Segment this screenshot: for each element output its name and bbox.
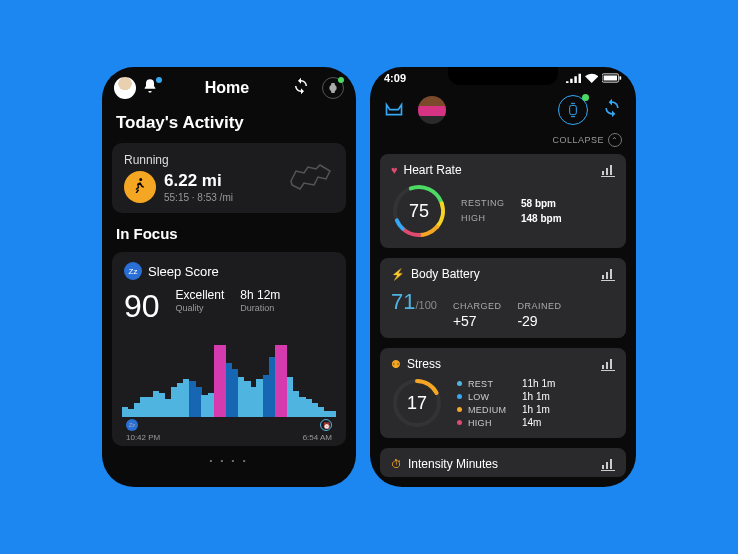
intensity-card[interactable]: ⏱ Intensity Minutes (380, 448, 626, 477)
bar-chart-icon[interactable] (601, 267, 615, 285)
stress-ring: 17 (391, 377, 443, 429)
hr-ring: 75 (391, 183, 447, 239)
sleep-time-start: 10:42 PM (126, 433, 160, 442)
running-distance: 6.22 mi (164, 171, 233, 191)
sleep-title: Sleep Score (148, 264, 219, 279)
running-meta: 6.22 mi 55:15 · 8:53 /mi (164, 171, 233, 203)
hr-title: Heart Rate (404, 163, 462, 177)
battery-icon (602, 73, 622, 83)
sleep-time-end: 6:54 AM (303, 433, 332, 442)
running-detail: 55:15 · 8:53 /mi (164, 192, 233, 203)
sleep-duration-value: 8h 12m (240, 288, 280, 302)
sleep-duration-label: Duration (240, 303, 280, 313)
bb-charged: CHARGED +57 (453, 301, 502, 329)
legend-value: 14m (522, 417, 541, 428)
running-card[interactable]: Running 6.22 mi 55:15 · 8:53 /mi (112, 143, 346, 213)
bb-drained: DRAINED -29 (517, 301, 561, 329)
bb-drained-label: DRAINED (517, 301, 561, 311)
bar-chart-icon[interactable] (601, 163, 615, 181)
legend-dot-icon (457, 381, 462, 386)
legend-dot-icon (457, 394, 462, 399)
hr-resting-label: RESTING (461, 198, 511, 209)
heart-rate-card[interactable]: ♥ Heart Rate 75 RESTING 5 (380, 154, 626, 248)
svg-rect-1 (604, 76, 617, 81)
page-indicator[interactable]: • • • • (102, 450, 356, 471)
bar-chart-icon[interactable] (601, 457, 615, 475)
svg-rect-2 (620, 76, 622, 79)
hr-high-value: 148 bpm (521, 213, 562, 224)
phone-left: Home Today's Activity Running 6.22 mi 55… (102, 67, 356, 487)
legend-label: MEDIUM (468, 405, 516, 415)
page-title: Home (168, 79, 286, 97)
inbox-icon[interactable] (384, 98, 404, 122)
stress-value: 17 (391, 377, 443, 429)
bb-title: Body Battery (411, 267, 480, 281)
collapse-button[interactable]: COLLAPSE ⌃ (370, 131, 636, 149)
notch: 4:09 (370, 67, 636, 87)
legend-dot-icon (457, 407, 462, 412)
legend-label: LOW (468, 392, 516, 402)
top-nav (370, 87, 636, 131)
intensity-title: Intensity Minutes (408, 457, 498, 471)
bolt-icon: ⚡ (391, 268, 405, 281)
stress-legend-row: REST11h 1m (457, 378, 555, 389)
bb-value-group: 71/100 (391, 289, 437, 315)
stress-title: Stress (407, 357, 441, 371)
sleep-quality-value: Excellent (176, 288, 225, 302)
hr-resting-value: 58 bpm (521, 198, 556, 209)
route-map-icon (286, 161, 336, 193)
app-header: Home (102, 67, 356, 105)
hr-high-label: HIGH (461, 213, 511, 224)
sleep-quality: Excellent Quality (176, 288, 225, 313)
svg-rect-3 (570, 105, 577, 114)
heart-icon: ♥ (391, 164, 398, 176)
status-time: 4:09 (384, 72, 406, 84)
sleep-marker-row: Zz ⏰ (124, 419, 334, 431)
bb-charged-value: +57 (453, 313, 502, 329)
collapse-label: COLLAPSE (552, 135, 604, 145)
legend-value: 1h 1m (522, 391, 550, 402)
bb-drained-value: -29 (517, 313, 561, 329)
bb-charged-label: CHARGED (453, 301, 502, 311)
sync-icon[interactable] (292, 77, 310, 99)
profile-avatar[interactable] (114, 77, 136, 99)
sleep-time-row: 10:42 PM 6:54 AM (124, 431, 334, 442)
hr-value: 75 (391, 183, 447, 239)
bar-chart-icon[interactable] (601, 357, 615, 375)
stress-legend-row: HIGH14m (457, 417, 555, 428)
today-activity-title: Today's Activity (102, 105, 356, 139)
chevron-up-icon: ⌃ (608, 133, 622, 147)
device-icon[interactable] (322, 77, 344, 99)
sleep-chart (122, 335, 336, 417)
stress-legend: REST11h 1mLOW1h 1mMEDIUM1h 1mHIGH14m (457, 378, 555, 428)
in-focus-title: In Focus (102, 217, 356, 248)
sleep-duration: 8h 12m Duration (240, 288, 280, 313)
legend-dot-icon (457, 420, 462, 425)
sleep-card[interactable]: Zz Sleep Score 90 Excellent Quality 8h 1… (112, 252, 346, 446)
body-battery-card[interactable]: ⚡ Body Battery 71/100 CHARGED +57 DRAINE… (380, 258, 626, 338)
timer-icon: ⏱ (391, 458, 402, 470)
wifi-icon (585, 73, 598, 83)
sleep-start-icon: Zz (126, 419, 138, 431)
bb-denom: /100 (415, 299, 436, 311)
profile-avatar[interactable] (418, 96, 446, 124)
phone-right: 4:09 COLLAPSE ⌃ ♥ Heart Rate (370, 67, 636, 487)
running-icon (124, 171, 156, 203)
sleep-score-value: 90 (124, 288, 160, 325)
device-icon[interactable] (558, 95, 588, 125)
legend-value: 1h 1m (522, 404, 550, 415)
stress-legend-row: LOW1h 1m (457, 391, 555, 402)
bell-icon[interactable] (142, 78, 162, 98)
stress-card[interactable]: ⚉ Stress 17 REST11h 1mLOW1h 1mMEDIUM1h 1… (380, 348, 626, 438)
stress-legend-row: MEDIUM1h 1m (457, 404, 555, 415)
person-icon: ⚉ (391, 358, 401, 371)
sleep-stats-row: 90 Excellent Quality 8h 12m Duration (124, 288, 334, 325)
bb-value: 71 (391, 289, 415, 314)
hr-stats: RESTING 58 bpm HIGH 148 bpm (461, 198, 562, 224)
legend-label: HIGH (468, 418, 516, 428)
legend-value: 11h 1m (522, 378, 555, 389)
sync-icon[interactable] (602, 98, 622, 122)
sleep-quality-label: Quality (176, 303, 225, 313)
sleep-end-icon: ⏰ (320, 419, 332, 431)
legend-label: REST (468, 379, 516, 389)
